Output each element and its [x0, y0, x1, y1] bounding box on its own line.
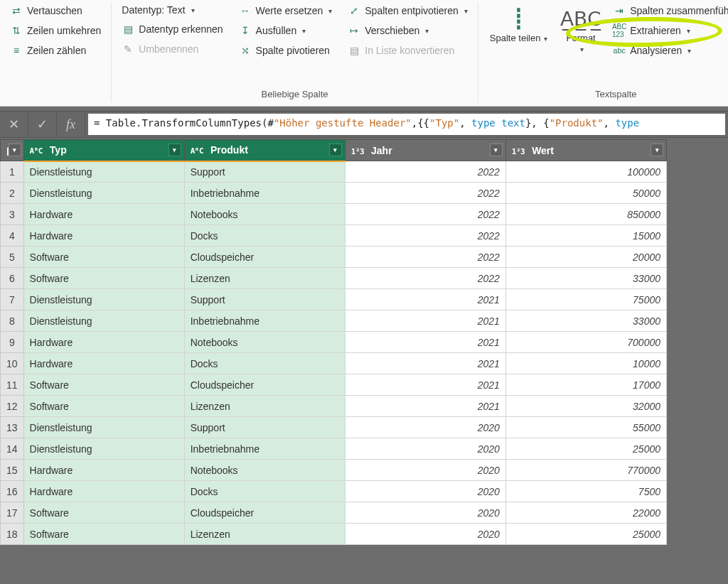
- merge-columns-button[interactable]: ⇥ Spalten zusammenführen: [610, 3, 728, 18]
- filter-button[interactable]: ▾: [168, 144, 181, 156]
- count-rows-button[interactable]: ≡ Zeilen zählen: [7, 43, 104, 58]
- row-number[interactable]: 16: [1, 481, 24, 502]
- cancel-formula-button[interactable]: ✕: [0, 111, 28, 138]
- cell-wert[interactable]: 50000: [505, 183, 666, 204]
- cell-wert[interactable]: 75000: [505, 289, 666, 310]
- row-number[interactable]: 11: [1, 374, 24, 396]
- row-number[interactable]: 7: [1, 289, 24, 310]
- table-row[interactable]: 15HardwareNotebooks2020770000: [1, 460, 667, 481]
- row-number[interactable]: 3: [1, 204, 24, 225]
- cell-jahr[interactable]: 2021: [345, 374, 505, 396]
- cell-produkt[interactable]: Support: [184, 161, 345, 183]
- cell-jahr[interactable]: 2022: [345, 247, 505, 268]
- cell-typ[interactable]: Dienstleistung: [23, 310, 184, 332]
- cell-jahr[interactable]: 2020: [345, 524, 505, 545]
- table-row[interactable]: 3HardwareNotebooks2022850000: [1, 204, 667, 225]
- cell-produkt[interactable]: Lizenzen: [184, 524, 345, 545]
- row-number[interactable]: 12: [1, 396, 24, 417]
- cell-wert[interactable]: 33000: [505, 310, 666, 332]
- cell-typ[interactable]: Hardware: [23, 225, 184, 247]
- cell-produkt[interactable]: Notebooks: [184, 204, 345, 225]
- cell-typ[interactable]: Dienstleistung: [23, 289, 184, 310]
- cell-jahr[interactable]: 2020: [345, 481, 505, 502]
- column-header-wert[interactable]: 1²3 Wert ▾: [505, 140, 666, 161]
- detect-datatype-button[interactable]: ▤ Datentyp erkennen: [119, 21, 225, 37]
- cell-wert[interactable]: 32000: [505, 396, 666, 417]
- row-number[interactable]: 1: [1, 161, 24, 183]
- table-row[interactable]: 2DienstleistungInbetriebnahme202250000: [1, 183, 667, 204]
- table-row[interactable]: 10HardwareDocks202110000: [1, 353, 667, 374]
- cell-produkt[interactable]: Lizenzen: [184, 268, 345, 289]
- cell-wert[interactable]: 770000: [505, 460, 666, 481]
- filter-button[interactable]: ▾: [329, 144, 342, 156]
- cell-produkt[interactable]: Inbetriebnahme: [184, 438, 345, 460]
- reverse-rows-button[interactable]: ⇅ Zeilen umkehren: [7, 23, 104, 38]
- cell-wert[interactable]: 100000: [505, 161, 666, 183]
- cell-wert[interactable]: 33000: [505, 268, 666, 289]
- cell-jahr[interactable]: 2021: [345, 310, 505, 332]
- row-number[interactable]: 10: [1, 353, 24, 374]
- filter-button[interactable]: ▾: [490, 144, 503, 156]
- cell-produkt[interactable]: Docks: [184, 225, 345, 247]
- cell-typ[interactable]: Dienstleistung: [23, 417, 184, 438]
- cell-wert[interactable]: 10000: [505, 353, 666, 374]
- cell-produkt[interactable]: Docks: [184, 481, 345, 502]
- analyze-button[interactable]: abc Analysieren ▾: [610, 43, 728, 58]
- cell-wert[interactable]: 15000: [505, 225, 666, 247]
- cell-jahr[interactable]: 2020: [345, 460, 505, 481]
- formula-input[interactable]: = Table.TransformColumnTypes(#"Höher ges…: [88, 114, 725, 135]
- cell-typ[interactable]: Software: [23, 247, 184, 268]
- cell-jahr[interactable]: 2021: [345, 332, 505, 353]
- cell-produkt[interactable]: Cloudspeicher: [184, 502, 345, 524]
- cell-produkt[interactable]: Lizenzen: [184, 396, 345, 417]
- row-number[interactable]: 13: [1, 417, 24, 438]
- cell-jahr[interactable]: 2020: [345, 502, 505, 524]
- cell-jahr[interactable]: 2022: [345, 204, 505, 225]
- cell-typ[interactable]: Hardware: [23, 481, 184, 502]
- table-row[interactable]: 16HardwareDocks20207500: [1, 481, 667, 502]
- cell-wert[interactable]: 700000: [505, 332, 666, 353]
- cell-wert[interactable]: 22000: [505, 502, 666, 524]
- column-header-typ[interactable]: AᴮC Typ ▾: [23, 140, 184, 161]
- cell-jahr[interactable]: 2021: [345, 396, 505, 417]
- cell-produkt[interactable]: Support: [184, 289, 345, 310]
- cell-produkt[interactable]: Notebooks: [184, 460, 345, 481]
- table-row[interactable]: 5SoftwareCloudspeicher202220000: [1, 247, 667, 268]
- dropdown-icon[interactable]: ▾: [9, 144, 21, 156]
- format-button[interactable]: A̲B̲C̲ Format▾: [562, 3, 600, 58]
- column-header-jahr[interactable]: 1²3 Jahr ▾: [345, 140, 505, 161]
- move-button[interactable]: ↦ Verschieben ▾: [345, 23, 471, 38]
- cell-wert[interactable]: 55000: [505, 417, 666, 438]
- row-number[interactable]: 6: [1, 268, 24, 289]
- column-header-produkt[interactable]: AᴮC Produkt ▾: [184, 140, 345, 161]
- cell-typ[interactable]: Software: [23, 396, 184, 417]
- fx-button[interactable]: fx: [57, 111, 85, 138]
- cell-jahr[interactable]: 2022: [345, 161, 505, 183]
- table-row[interactable]: 6SoftwareLizenzen202233000: [1, 268, 667, 289]
- cell-jahr[interactable]: 2021: [345, 353, 505, 374]
- datatype-button[interactable]: Datentyp: Text ▾: [119, 3, 225, 17]
- cell-wert[interactable]: 17000: [505, 374, 666, 396]
- table-row[interactable]: 7DienstleistungSupport202175000: [1, 289, 667, 310]
- cell-produkt[interactable]: Cloudspeicher: [184, 374, 345, 396]
- cell-typ[interactable]: Dienstleistung: [23, 161, 184, 183]
- split-column-button[interactable]: ┋ Spalte teilen ▾: [486, 3, 552, 47]
- cell-typ[interactable]: Software: [23, 524, 184, 545]
- cell-jahr[interactable]: 2020: [345, 438, 505, 460]
- cell-produkt[interactable]: Inbetriebnahme: [184, 183, 345, 204]
- to-list-button[interactable]: ▤ In Liste konvertieren: [345, 43, 471, 58]
- replace-values-button[interactable]: ↔ Werte ersetzen ▾: [236, 3, 336, 18]
- rename-button[interactable]: ✎ Umbenennen: [119, 41, 225, 57]
- cell-typ[interactable]: Dienstleistung: [23, 183, 184, 204]
- cell-jahr[interactable]: 2020: [345, 417, 505, 438]
- commit-formula-button[interactable]: ✓: [28, 111, 57, 138]
- cell-produkt[interactable]: Cloudspeicher: [184, 247, 345, 268]
- row-number[interactable]: 8: [1, 310, 24, 332]
- unpivot-button[interactable]: ⤢ Spalten entpivotieren ▾: [345, 3, 471, 18]
- cell-wert[interactable]: 850000: [505, 204, 666, 225]
- row-number[interactable]: 17: [1, 502, 24, 524]
- cell-wert[interactable]: 20000: [505, 247, 666, 268]
- table-row[interactable]: 1DienstleistungSupport2022100000: [1, 161, 667, 183]
- table-row[interactable]: 12SoftwareLizenzen202132000: [1, 396, 667, 417]
- row-number[interactable]: 9: [1, 332, 24, 353]
